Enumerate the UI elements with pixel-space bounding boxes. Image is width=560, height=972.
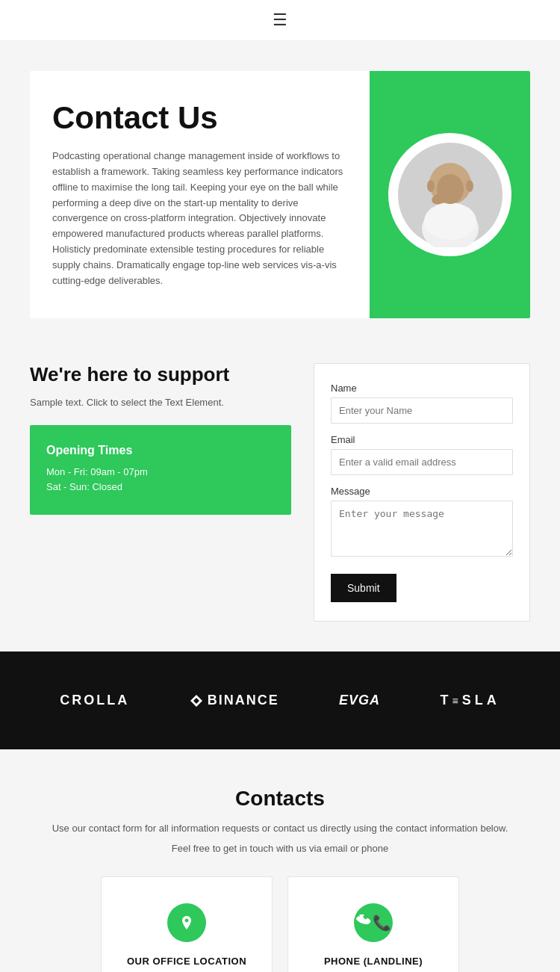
- name-input[interactable]: [331, 397, 513, 424]
- tesla-la: SLA: [462, 693, 500, 708]
- phone-card: 📞 PHONE (LANDLINE) + 912 3 567 8987 + 91…: [287, 876, 459, 972]
- support-section: We're here to support Sample text. Click…: [0, 333, 560, 651]
- support-title: We're here to support: [30, 363, 291, 386]
- opening-title: Opening Times: [46, 444, 275, 457]
- location-icon: [167, 903, 206, 942]
- phone-icon: 📞: [354, 903, 393, 942]
- person-avatar: [398, 143, 503, 247]
- submit-button[interactable]: Submit: [331, 574, 396, 602]
- contacts-section: Contacts Use our contact form for all in…: [0, 749, 560, 972]
- email-field-group: Email: [331, 434, 513, 475]
- message-textarea[interactable]: [331, 501, 513, 557]
- binance-label: BINANCE: [208, 693, 279, 708]
- support-left: We're here to support Sample text. Click…: [30, 363, 291, 515]
- opening-weekdays: Mon - Fri: 09am - 07pm: [46, 466, 275, 477]
- email-input[interactable]: [331, 449, 513, 475]
- brand-evga: EVGA: [339, 693, 380, 708]
- hero-circle: [388, 133, 511, 256]
- svg-point-5: [427, 180, 435, 192]
- opening-weekend: Sat - Sun: Closed: [46, 481, 275, 492]
- hero-title: Contact Us: [52, 101, 347, 135]
- svg-point-6: [466, 180, 473, 192]
- brands-section: CROLLA BINANCE EVGA T≡SLA: [0, 651, 560, 749]
- hero-description: Podcasting operational change management…: [52, 149, 347, 288]
- hero-text-block: Contact Us Podcasting operational change…: [30, 71, 370, 318]
- tesla-t: T: [441, 693, 452, 708]
- brand-binance: BINANCE: [190, 693, 279, 708]
- message-label: Message: [331, 486, 513, 497]
- contact-cards-container: OUR OFFICE LOCATION The Interior Design …: [30, 876, 530, 972]
- menu-icon[interactable]: ☰: [273, 10, 287, 30]
- brand-tesla: T≡SLA: [441, 693, 500, 708]
- email-label: Email: [331, 434, 513, 445]
- name-field-group: Name: [331, 383, 513, 424]
- office-card-title: OUR OFFICE LOCATION: [120, 956, 253, 967]
- office-card: OUR OFFICE LOCATION The Interior Design …: [101, 876, 273, 972]
- phone-card-title: PHONE (LANDLINE): [307, 956, 440, 967]
- contacts-sub: Feel free to get in touch with us via em…: [30, 843, 530, 854]
- header: ☰: [0, 0, 560, 41]
- contacts-description: Use our contact form for all information…: [30, 821, 530, 837]
- binance-diamond-icon: [190, 694, 203, 708]
- message-field-group: Message: [331, 486, 513, 560]
- contact-form: Name Email Message Submit: [314, 363, 530, 622]
- name-label: Name: [331, 383, 513, 394]
- brand-crolla: CROLLA: [60, 693, 129, 708]
- opening-box: Opening Times Mon - Fri: 09am - 07pm Sat…: [30, 425, 291, 515]
- hero-section: Contact Us Podcasting operational change…: [30, 71, 530, 318]
- hero-image-block: [370, 71, 530, 318]
- contacts-title: Contacts: [30, 787, 530, 811]
- svg-point-3: [424, 202, 476, 240]
- support-sample-text: Sample text. Click to select the Text El…: [30, 395, 291, 410]
